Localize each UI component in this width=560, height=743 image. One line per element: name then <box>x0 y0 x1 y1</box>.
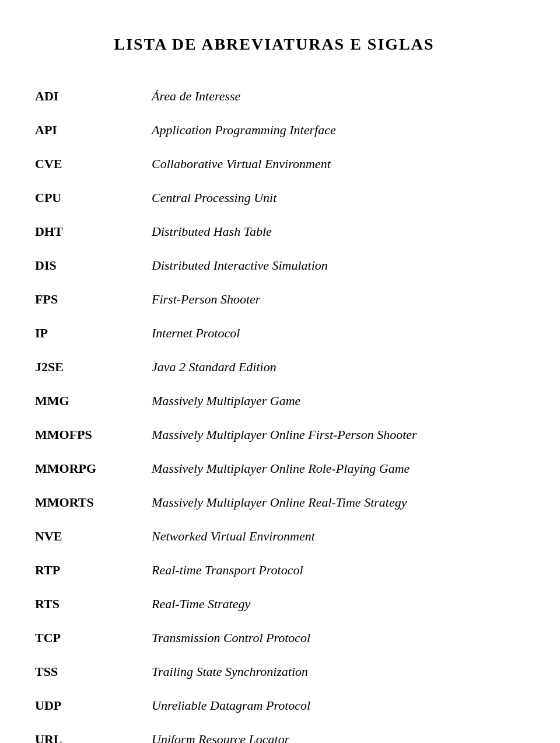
abbreviation-definition: Networked Virtual Environment <box>152 529 513 544</box>
abbreviation-term: MMORPG <box>35 461 152 476</box>
list-item: MMOFPSMassively Multiplayer Online First… <box>35 427 513 448</box>
list-item: RTPReal-time Transport Protocol <box>35 563 513 584</box>
abbreviation-definition: Massively Multiplayer Online Real-Time S… <box>152 495 513 510</box>
abbreviation-definition: Massively Multiplayer Online Role-Playin… <box>152 461 513 476</box>
list-item: FPSFirst-Person Shooter <box>35 292 513 313</box>
abbreviation-definition: Internet Protocol <box>152 326 513 341</box>
abbreviation-term: MMORTS <box>35 495 152 510</box>
abbreviation-term: IP <box>35 326 152 341</box>
abbreviation-term: TCP <box>35 630 152 646</box>
abbreviation-definition: Real-Time Strategy <box>152 597 513 612</box>
list-item: TCPTransmission Control Protocol <box>35 630 513 651</box>
abbreviation-term: MMG <box>35 393 152 409</box>
abbreviations-list: ADIÁrea de InteresseAPIApplication Progr… <box>35 89 513 743</box>
abbreviation-definition: First-Person Shooter <box>152 292 513 307</box>
abbreviation-definition: Unreliable Datagram Protocol <box>152 698 513 713</box>
abbreviation-definition: Distributed Interactive Simulation <box>152 258 513 273</box>
abbreviation-term: API <box>35 123 152 138</box>
list-item: UDPUnreliable Datagram Protocol <box>35 698 513 719</box>
abbreviation-term: RTP <box>35 563 152 578</box>
abbreviation-term: URL <box>35 732 152 743</box>
list-item: MMORPGMassively Multiplayer Online Role-… <box>35 461 513 482</box>
abbreviation-definition: Transmission Control Protocol <box>152 630 513 646</box>
abbreviation-term: FPS <box>35 292 152 307</box>
list-item: DHTDistributed Hash Table <box>35 224 513 245</box>
list-item: MMORTSMassively Multiplayer Online Real-… <box>35 495 513 516</box>
list-item: IPInternet Protocol <box>35 326 513 347</box>
abbreviation-term: RTS <box>35 597 152 612</box>
abbreviation-term: CVE <box>35 156 152 172</box>
abbreviation-term: MMOFPS <box>35 427 152 442</box>
abbreviation-term: CPU <box>35 190 152 205</box>
list-item: CPUCentral Processing Unit <box>35 190 513 211</box>
abbreviation-term: DIS <box>35 258 152 273</box>
abbreviation-definition: Massively Multiplayer Online First-Perso… <box>152 427 513 442</box>
list-item: ADIÁrea de Interesse <box>35 89 513 110</box>
list-item: APIApplication Programming Interface <box>35 123 513 144</box>
abbreviation-definition: Uniform Resource Locator <box>152 732 513 743</box>
list-item: URLUniform Resource Locator <box>35 732 513 743</box>
abbreviation-term: NVE <box>35 529 152 544</box>
abbreviation-definition: Java 2 Standard Edition <box>152 360 513 375</box>
abbreviation-definition: Distributed Hash Table <box>152 224 513 239</box>
abbreviation-definition: Trailing State Synchronization <box>152 664 513 679</box>
abbreviation-definition: Massively Multiplayer Game <box>152 393 513 409</box>
abbreviation-term: ADI <box>35 89 152 104</box>
abbreviation-term: TSS <box>35 664 152 679</box>
abbreviation-definition: Área de Interesse <box>152 89 513 104</box>
abbreviation-term: J2SE <box>35 360 152 375</box>
abbreviation-definition: Real-time Transport Protocol <box>152 563 513 578</box>
abbreviation-definition: Central Processing Unit <box>152 190 513 205</box>
list-item: DISDistributed Interactive Simulation <box>35 258 513 279</box>
list-item: TSSTrailing State Synchronization <box>35 664 513 685</box>
abbreviation-definition: Application Programming Interface <box>152 123 513 138</box>
list-item: CVECollaborative Virtual Environment <box>35 156 513 177</box>
abbreviation-term: DHT <box>35 224 152 239</box>
abbreviation-definition: Collaborative Virtual Environment <box>152 156 513 172</box>
list-item: NVENetworked Virtual Environment <box>35 529 513 550</box>
list-item: J2SEJava 2 Standard Edition <box>35 360 513 381</box>
list-item: RTSReal-Time Strategy <box>35 597 513 618</box>
abbreviation-term: UDP <box>35 698 152 713</box>
page-title: LISTA DE ABREVIATURAS E SIGLAS <box>35 35 513 54</box>
list-item: MMGMassively Multiplayer Game <box>35 393 513 414</box>
